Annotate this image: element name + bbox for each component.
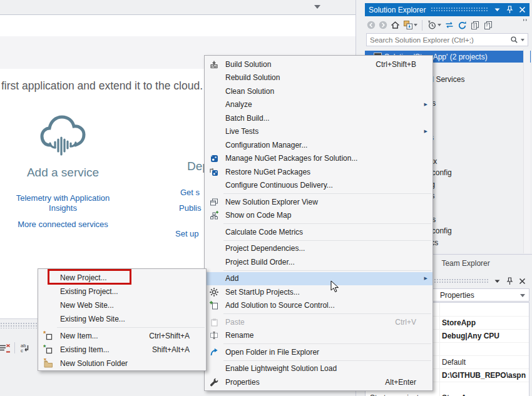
search-options-caret-icon[interactable] xyxy=(521,39,524,41)
build-icon xyxy=(205,59,223,69)
new-solution-folder-icon: * xyxy=(38,358,58,368)
editor-nav-bar xyxy=(0,0,356,15)
menu-item-clean-solution[interactable]: Clean Solution xyxy=(205,84,432,98)
menu-item-add-solution-to-source-control[interactable]: Add Solution to Source Control... xyxy=(205,299,432,313)
menu-item-rename[interactable]: Rename xyxy=(205,329,432,343)
solution-explorer-titlebar[interactable]: Solution Explorer xyxy=(365,3,529,16)
menu-item-label: Existing Item... xyxy=(58,345,110,354)
submenu-arrow-icon: ▶ xyxy=(424,102,427,107)
menu-item-configure-continuous-delivery[interactable]: Configure Continuous Delivery... xyxy=(205,179,432,193)
nav-dropdown-icon[interactable] xyxy=(314,5,320,9)
toolbar-overflow-icon[interactable] xyxy=(522,18,528,24)
rename-preview-icon[interactable]: abc xyxy=(19,343,30,353)
search-input[interactable] xyxy=(367,36,510,44)
menu-separator xyxy=(223,223,431,224)
menu-separator xyxy=(223,270,431,271)
pending-filter-icon[interactable] xyxy=(427,20,441,30)
property-value[interactable]: StoreApp xyxy=(442,318,526,327)
menu-separator xyxy=(223,360,431,361)
close-icon[interactable] xyxy=(518,6,526,14)
menu-item-label: New Item... xyxy=(58,332,98,340)
vs-window: first application and extend it to the c… xyxy=(0,0,532,396)
menu-item-label: Set StartUp Projects... xyxy=(223,288,300,297)
code-map-icon xyxy=(205,210,223,220)
menu-item-set-startup-projects[interactable]: Set StartUp Projects... xyxy=(205,285,432,299)
property-value[interactable]: Default xyxy=(442,358,526,367)
menu-item-calculate-code-metrics[interactable]: Calculate Code Metrics xyxy=(205,225,432,239)
menu-item-new-item[interactable]: *New Item...Ctrl+Shift+A xyxy=(38,329,206,343)
properties-pages-icon[interactable] xyxy=(470,20,480,30)
menu-item-manage-nuget-packages-for-solution[interactable]: Manage NuGet Packages for Solution... xyxy=(205,152,432,166)
menu-item-shortcut: Ctrl+Shift+A xyxy=(149,332,206,340)
refresh-icon[interactable] xyxy=(458,21,467,30)
sync-icon[interactable] xyxy=(444,21,454,29)
wrench-icon xyxy=(205,377,223,387)
menu-item-label: Live Tests xyxy=(223,127,258,136)
property-value[interactable]: D:\GITHUB_REPO\aspn xyxy=(442,371,526,380)
menu-item-build-solution[interactable]: Build SolutionCtrl+Shift+B xyxy=(205,58,432,71)
pin-icon[interactable] xyxy=(506,277,513,285)
menu-separator xyxy=(223,193,431,194)
menu-item-existing-web-site[interactable]: Existing Web Site... xyxy=(38,312,206,326)
solution-explorer-title: Solution Explorer xyxy=(365,6,426,14)
menu-item-label: Properties xyxy=(223,378,260,387)
menu-item-project-dependencies[interactable]: Project Dependencies... xyxy=(205,242,432,256)
menu-item-shortcut: Shift+Alt+A xyxy=(152,345,206,354)
set-up-link-fragment[interactable]: Set up xyxy=(175,229,199,239)
menu-item-restore-nuget-packages[interactable]: Restore NuGet Packages xyxy=(205,165,432,179)
dropdown-caret-icon xyxy=(414,24,417,26)
tab-team-explorer[interactable]: Team Explorer xyxy=(434,255,497,272)
menu-item-properties[interactable]: PropertiesAlt+Enter xyxy=(205,375,432,389)
property-value[interactable]: Debug|Any CPU xyxy=(442,332,526,340)
collapse-all-icon[interactable] xyxy=(403,20,417,30)
menu-item-label: New Web Site... xyxy=(58,301,114,310)
new-item-icon: * xyxy=(38,331,58,341)
preview-pages-icon[interactable] xyxy=(483,20,493,30)
add-service-card: Add a service Telemetry with Application… xyxy=(11,113,115,230)
property-value[interactable]: StoreApp xyxy=(442,393,526,396)
get-started-link-fragment[interactable]: Get s xyxy=(180,188,200,198)
menu-item-new-solution-explorer-view[interactable]: New Solution Explorer View xyxy=(205,195,432,209)
window-position-icon[interactable] xyxy=(493,277,501,285)
menu-item-analyze[interactable]: Analyze▶ xyxy=(205,98,432,112)
open-folder-icon xyxy=(205,347,223,357)
dropdown-caret-icon xyxy=(437,24,441,26)
menu-item-enable-lightweight-solution-load[interactable]: Enable Lightweight Solution Load xyxy=(205,362,432,376)
menu-item-live-tests[interactable]: Live Tests▶ xyxy=(205,125,432,139)
menu-item-open-folder-in-file-explorer[interactable]: Open Folder in File Explorer xyxy=(205,345,432,359)
back-icon[interactable] xyxy=(367,21,376,29)
menu-item-existing-item[interactable]: *Existing Item...Shift+Alt+A xyxy=(38,343,206,357)
add-service-title[interactable]: Add a service xyxy=(11,166,115,180)
window-position-icon[interactable] xyxy=(493,6,501,14)
properties-combo-value: Properties xyxy=(440,291,474,300)
pin-icon[interactable] xyxy=(506,6,513,14)
menu-separator xyxy=(223,343,431,344)
existing-item-icon: * xyxy=(38,345,58,355)
error-list-icon[interactable] xyxy=(0,343,11,353)
tree-scrollbar[interactable] xyxy=(523,49,530,253)
menu-item-show-on-code-map[interactable]: Show on Code Map xyxy=(205,209,432,223)
menu-item-label: Batch Build... xyxy=(223,114,270,123)
menu-item-existing-project[interactable]: Existing Project... xyxy=(38,285,206,298)
svg-text:*: * xyxy=(43,345,46,351)
menu-item-project-build-order[interactable]: Project Build Order... xyxy=(205,255,432,269)
menu-item-label: Manage NuGet Packages for Solution... xyxy=(223,154,357,163)
menu-item-new-web-site[interactable]: New Web Site... xyxy=(38,298,206,312)
search-icon[interactable] xyxy=(510,36,518,44)
forward-icon[interactable] xyxy=(379,21,387,29)
more-connected-services-link[interactable]: More connected services xyxy=(11,220,115,230)
menu-item-add[interactable]: Add▶ xyxy=(205,272,432,286)
gear-icon xyxy=(205,287,223,297)
property-row[interactable]: Startup projectStoreApp xyxy=(366,391,529,396)
close-icon[interactable] xyxy=(518,277,526,285)
menu-item-shortcut: Ctrl+V xyxy=(395,318,432,327)
menu-item-label: Clean Solution xyxy=(223,87,274,96)
menu-item-rebuild-solution[interactable]: Rebuild Solution xyxy=(205,71,432,85)
telemetry-link[interactable]: Telemetry with Application Insights xyxy=(11,193,115,213)
menu-item-configuration-manager[interactable]: Configuration Manager... xyxy=(205,138,432,152)
menu-item-batch-build[interactable]: Batch Build... xyxy=(205,111,432,125)
publish-link-fragment[interactable]: Publis xyxy=(179,203,201,213)
combo-caret-icon[interactable] xyxy=(520,294,525,297)
menu-item-new-solution-folder[interactable]: *New Solution Folder xyxy=(38,357,206,370)
home-icon[interactable] xyxy=(391,21,400,29)
